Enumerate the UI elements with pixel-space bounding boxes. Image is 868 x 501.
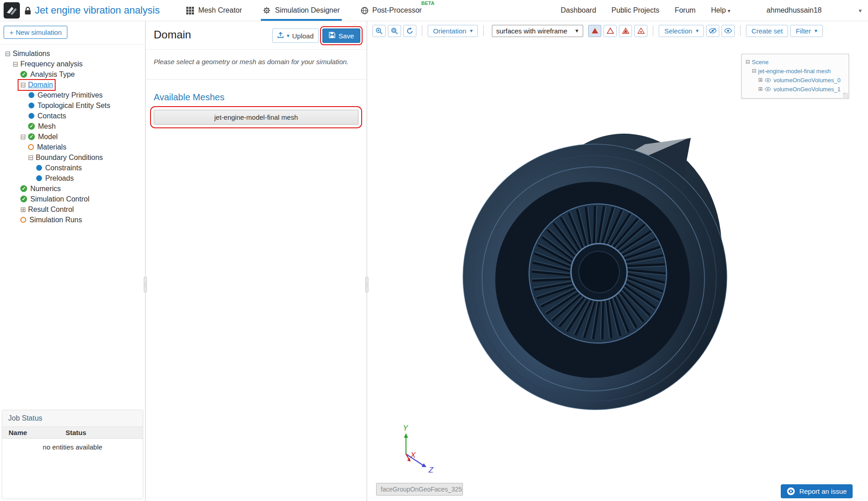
simscale-logo[interactable] (4, 2, 20, 19)
tab-post-processor[interactable]: Post-ProcessorBETA (359, 0, 424, 21)
scene-root-row[interactable]: ⊟ Scene (745, 57, 845, 66)
job-status-empty-text: no entities available (2, 439, 143, 499)
tree-item-mesh[interactable]: ✓Mesh (0, 121, 145, 131)
project-title: Jet engine vibration analysis (35, 5, 160, 16)
collapse-icon[interactable]: ⊟ (20, 133, 28, 140)
tree-item-analysis-type[interactable]: ✓Analysis Type (0, 69, 145, 80)
scene-volume-row[interactable]: ⊞volumeOnGeoVolumes_1 (745, 84, 845, 94)
nav-dashboard[interactable]: Dashboard (561, 6, 596, 14)
collapse-icon[interactable]: ⊟ (745, 59, 752, 65)
check-icon: ✓ (28, 123, 35, 130)
zoom-in-icon[interactable] (373, 25, 386, 37)
scene-mesh-row[interactable]: ⊟ jet-engine-model-final mesh (745, 66, 845, 75)
tree-item-preloads[interactable]: Preloads (0, 173, 145, 183)
app-window: Jet engine vibration analysis Mesh Creat… (0, 0, 868, 501)
domain-settings-panel: Domain ▾ Upload Save Please select a geo… (146, 21, 367, 501)
orientation-button[interactable]: Orientation ▾ (428, 25, 478, 37)
tree-item-frequency-analysis[interactable]: ⊟Frequency analysis (0, 59, 145, 69)
filter-button[interactable]: Filter ▾ (790, 25, 822, 37)
tree-item-simulation-control[interactable]: ✓Simulation Control (0, 194, 145, 204)
viewport-toolbar: Orientation ▾ surfaces with wireframe ▼ … (367, 21, 868, 40)
mesh-quality-dot-icon[interactable] (634, 25, 647, 37)
tree-item-domain[interactable]: ⊟Domain (0, 80, 145, 90)
zoom-window-icon[interactable] (388, 25, 401, 37)
reset-view-icon[interactable] (403, 25, 416, 37)
collapse-icon[interactable]: ⊟ (5, 50, 13, 57)
dot-icon (36, 175, 42, 181)
mesh-quality-solid-icon[interactable] (588, 25, 601, 37)
render-mode-select[interactable]: surfaces with wireframe ▼ (492, 25, 583, 37)
upload-button[interactable]: ▾ Upload (272, 28, 319, 43)
expand-icon[interactable]: ⊞ (758, 86, 764, 92)
eye-icon[interactable] (764, 87, 771, 92)
collapse-icon[interactable]: ⊟ (28, 154, 36, 161)
user-menu-caret-icon[interactable]: ▾ (859, 7, 862, 14)
toolbar-separator (483, 25, 484, 36)
chevron-down-icon: ▾ (287, 33, 289, 39)
job-status-col-status: Status (66, 429, 86, 436)
tree-item-constraints[interactable]: Constraints (0, 163, 145, 173)
mesh-item-jet-engine-model-final-mesh[interactable]: jet-engine-model-final mesh (154, 110, 359, 125)
chevron-down-icon: ▾ (470, 28, 472, 34)
scene-volume-row[interactable]: ⊞volumeOnGeoVolumes_0 (745, 75, 845, 84)
grid-icon (186, 7, 194, 14)
tab-simulation-designer[interactable]: Simulation Designer (261, 0, 341, 21)
nav-public-projects[interactable]: Public Projects (612, 6, 660, 14)
simulation-tree-sidebar: + New simulation ⊟Simulations⊟Frequency … (0, 21, 146, 501)
collapse-icon[interactable]: ⊟ (20, 81, 28, 88)
collapse-icon[interactable]: ⊟ (13, 61, 20, 67)
report-issue-button[interactable]: Report an issue (781, 484, 853, 498)
dot-icon (28, 113, 34, 119)
show-all-icon[interactable] (722, 25, 735, 37)
panel-resize-handle[interactable] (843, 93, 848, 98)
engine-group[interactable] (451, 126, 738, 421)
tree-item-model[interactable]: ⊟✓Model (0, 131, 145, 142)
top-nav: DashboardPublic ProjectsForumHelp▾ahmedh… (561, 6, 862, 14)
eye-icon[interactable] (764, 78, 771, 83)
tree-item-topological-entity-sets[interactable]: Topological Entity Sets (0, 100, 145, 111)
beta-badge: BETA (421, 0, 434, 6)
expand-icon[interactable]: ⊞ (758, 77, 764, 83)
dot-icon (28, 92, 34, 98)
mesh-quality-outline-icon[interactable] (604, 25, 617, 37)
selection-button[interactable]: Selection ▾ (659, 25, 704, 37)
check-icon: ✓ (20, 71, 27, 78)
hide-selected-icon[interactable] (706, 25, 719, 37)
sidebar-splitter-handle[interactable]: ⋮ (144, 277, 147, 292)
plus-icon: + (9, 28, 14, 36)
tree-item-result-control[interactable]: ⊞Result Control (0, 204, 145, 215)
save-button[interactable]: Save (322, 28, 360, 43)
chevron-down-icon: ▾ (728, 8, 731, 14)
tree-item-simulations[interactable]: ⊟Simulations (0, 48, 145, 59)
app-mode-tabs: Mesh CreatorSimulation DesignerPost-Proc… (184, 0, 423, 21)
tree-item-boundary-conditions[interactable]: ⊟Boundary Conditions (0, 152, 145, 163)
hover-entity-tooltip: faceGroupOnGeoFaces_325 (376, 483, 463, 496)
tree-item-materials[interactable]: Materials (0, 142, 145, 152)
job-status-title: Job Status (2, 410, 143, 427)
expand-icon[interactable]: ⊞ (20, 206, 28, 213)
tree-item-geometry-primitives[interactable]: Geometry Primitives (0, 90, 145, 100)
panel-description: Please select a geometry or mesh as doma… (146, 50, 367, 66)
mesh-quality-half-icon[interactable] (619, 25, 632, 37)
tree-item-contacts[interactable]: Contacts (0, 111, 145, 121)
toolbar-separator (422, 25, 422, 36)
user-menu[interactable]: ahmedhussain18 (767, 6, 822, 14)
tab-mesh-creator[interactable]: Mesh Creator (184, 0, 244, 21)
z-axis-label: Z (428, 466, 434, 474)
select-caret-icon: ▼ (575, 28, 580, 33)
panel-title: Domain (154, 28, 191, 41)
nav-forum[interactable]: Forum (675, 6, 695, 14)
save-icon (329, 32, 335, 40)
new-simulation-button[interactable]: + New simulation (4, 26, 67, 39)
simulation-tree: ⊟Simulations⊟Frequency analysis✓Analysis… (0, 45, 145, 225)
collapse-icon[interactable]: ⊟ (752, 68, 758, 74)
available-meshes-title: Available Meshes (146, 80, 367, 108)
panel-splitter-handle[interactable]: ⋮ (365, 277, 368, 292)
scene-tree-panel: ⊟ Scene ⊟ jet-engine-model-final mesh ⊞v… (741, 54, 849, 98)
tree-item-simulation-runs[interactable]: Simulation Runs (0, 215, 145, 225)
tree-item-numerics[interactable]: ✓Numerics (0, 183, 145, 194)
nav-help[interactable]: Help▾ (711, 6, 731, 14)
3d-viewport[interactable]: Y Z X Orientation ▾ (367, 21, 868, 501)
create-set-button[interactable]: Create set (746, 25, 788, 37)
check-icon: ✓ (20, 196, 27, 202)
